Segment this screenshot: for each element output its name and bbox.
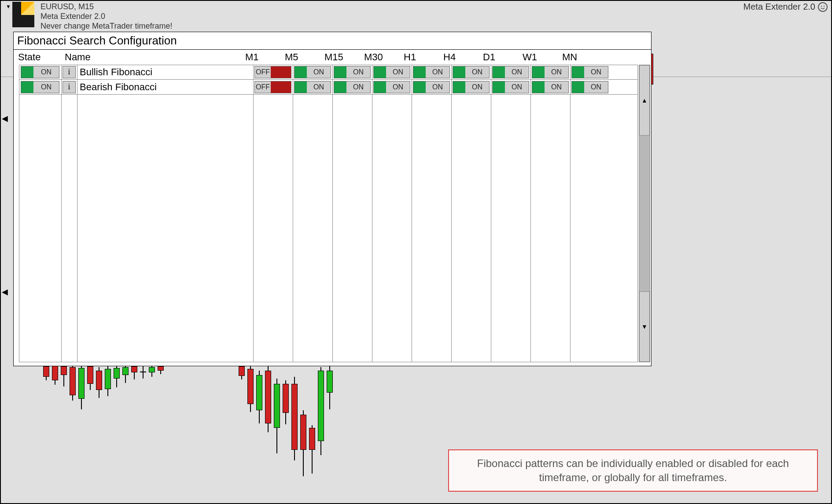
timeframe-toggle[interactable]: ON (453, 66, 490, 78)
info-button[interactable]: i (63, 81, 76, 93)
config-row: ONiBullish FibonacciOFFONONONONONONONON (19, 65, 638, 80)
col-header-tf-3: M30 (361, 52, 401, 63)
timeframe-toggle[interactable]: ON (294, 81, 331, 93)
timeframe-toggle[interactable]: ON (571, 81, 608, 93)
scroll-up-button[interactable]: ▲ (639, 65, 650, 136)
svg-point-0 (821, 5, 822, 6)
timeframe-toggle[interactable]: ON (373, 81, 410, 93)
panel-collapse-arrow-1[interactable]: ◀ (2, 114, 8, 123)
config-panel: Fibonacci Search Configuration State Nam… (13, 32, 652, 366)
col-header-tf-2: M15 (322, 52, 361, 63)
col-header-tf-7: W1 (520, 52, 560, 63)
timeframe-toggle[interactable]: ON (492, 81, 529, 93)
info-button[interactable]: i (63, 66, 76, 78)
col-header-tf-6: D1 (480, 52, 520, 63)
grid-lines (19, 65, 638, 362)
timeframe-toggle[interactable]: ON (413, 66, 450, 78)
timeframe-toggle[interactable]: ON (294, 66, 331, 78)
timeframe-toggle[interactable]: OFF (254, 66, 291, 78)
state-toggle[interactable]: ON (21, 81, 59, 93)
col-header-name: Name (62, 52, 243, 63)
right-badge: Meta Extender 2.0 (744, 2, 828, 12)
smiley-icon[interactable] (818, 2, 828, 12)
timeframe-toggle[interactable]: ON (413, 81, 450, 93)
timeframe-toggle[interactable]: ON (532, 81, 569, 93)
row-name: Bullish Fibonacci (77, 65, 253, 79)
panel-title: Fibonacci Search Configuration (14, 32, 651, 50)
col-header-tf-5: H4 (441, 52, 480, 63)
product-label: Meta Extender 2.0 (40, 11, 172, 21)
state-toggle[interactable]: ON (21, 66, 59, 78)
timeframe-toggle[interactable]: ON (571, 66, 608, 78)
symbol-label: EURUSD, M15 (40, 2, 172, 11)
dropdown-icon[interactable]: ▼ (4, 3, 12, 11)
timeframe-toggle[interactable]: ON (532, 66, 569, 78)
panel-collapse-arrow-2[interactable]: ◀ (2, 287, 8, 297)
timeframe-toggle[interactable]: OFF (254, 81, 291, 93)
timeframe-toggle[interactable]: ON (492, 66, 529, 78)
timeframe-toggle[interactable]: ON (334, 66, 371, 78)
annotation-note: Fibonacci patterns can be individually e… (448, 449, 818, 492)
timeframe-toggle[interactable]: ON (334, 81, 371, 93)
config-row: ONiBearish FibonacciOFFONONONONONONONON (19, 80, 638, 95)
panel-scrollbar[interactable]: ▲ ▼ (639, 65, 650, 362)
col-header-tf-1: M5 (282, 52, 322, 63)
tagline-label: Never change MetaTrader timeframe! (40, 21, 172, 31)
svg-point-1 (824, 5, 825, 6)
timeframe-toggle[interactable]: ON (453, 81, 490, 93)
panel-header-row: State Name M1 M5 M15 M30 H1 H4 D1 W1 MN (14, 50, 651, 65)
scroll-down-button[interactable]: ▼ (639, 291, 650, 362)
right-badge-text: Meta Extender 2.0 (744, 2, 815, 12)
col-header-tf-4: H1 (401, 52, 441, 63)
info-bar: ▼ EURUSD, M15 Meta Extender 2.0 Never ch… (4, 2, 831, 31)
col-header-tf-0: M1 (243, 52, 282, 63)
col-header-state: State (14, 52, 62, 63)
col-header-tf-8: MN (560, 52, 599, 63)
timeframe-toggle[interactable]: ON (373, 66, 410, 78)
row-name: Bearish Fibonacci (77, 80, 253, 94)
product-logo (12, 2, 34, 27)
